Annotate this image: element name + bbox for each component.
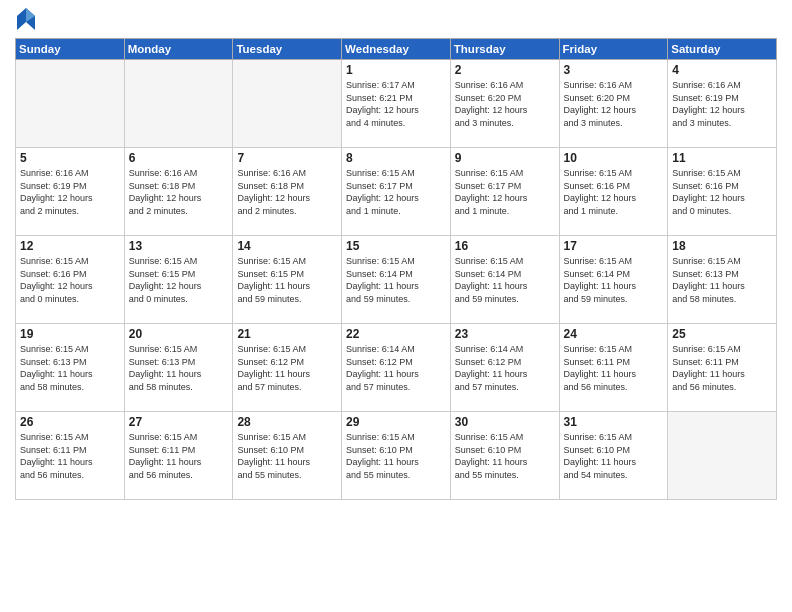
week-row-1: 1Sunrise: 6:17 AM Sunset: 6:21 PM Daylig… bbox=[16, 60, 777, 148]
day-info: Sunrise: 6:15 AM Sunset: 6:14 PM Dayligh… bbox=[564, 255, 664, 305]
logo bbox=[15, 10, 35, 30]
week-row-3: 12Sunrise: 6:15 AM Sunset: 6:16 PM Dayli… bbox=[16, 236, 777, 324]
day-info: Sunrise: 6:15 AM Sunset: 6:14 PM Dayligh… bbox=[455, 255, 555, 305]
day-info: Sunrise: 6:16 AM Sunset: 6:18 PM Dayligh… bbox=[129, 167, 229, 217]
day-cell: 6Sunrise: 6:16 AM Sunset: 6:18 PM Daylig… bbox=[124, 148, 233, 236]
day-number: 7 bbox=[237, 151, 337, 165]
day-number: 6 bbox=[129, 151, 229, 165]
header bbox=[15, 10, 777, 30]
day-cell bbox=[124, 60, 233, 148]
day-number: 1 bbox=[346, 63, 446, 77]
weekday-header-sunday: Sunday bbox=[16, 39, 125, 60]
day-cell: 12Sunrise: 6:15 AM Sunset: 6:16 PM Dayli… bbox=[16, 236, 125, 324]
day-info: Sunrise: 6:15 AM Sunset: 6:15 PM Dayligh… bbox=[237, 255, 337, 305]
day-number: 28 bbox=[237, 415, 337, 429]
day-cell: 1Sunrise: 6:17 AM Sunset: 6:21 PM Daylig… bbox=[342, 60, 451, 148]
day-cell: 29Sunrise: 6:15 AM Sunset: 6:10 PM Dayli… bbox=[342, 412, 451, 500]
day-info: Sunrise: 6:15 AM Sunset: 6:11 PM Dayligh… bbox=[129, 431, 229, 481]
day-number: 17 bbox=[564, 239, 664, 253]
day-cell: 27Sunrise: 6:15 AM Sunset: 6:11 PM Dayli… bbox=[124, 412, 233, 500]
day-number: 16 bbox=[455, 239, 555, 253]
day-cell: 20Sunrise: 6:15 AM Sunset: 6:13 PM Dayli… bbox=[124, 324, 233, 412]
day-cell: 4Sunrise: 6:16 AM Sunset: 6:19 PM Daylig… bbox=[668, 60, 777, 148]
day-cell: 15Sunrise: 6:15 AM Sunset: 6:14 PM Dayli… bbox=[342, 236, 451, 324]
day-info: Sunrise: 6:16 AM Sunset: 6:19 PM Dayligh… bbox=[672, 79, 772, 129]
day-number: 3 bbox=[564, 63, 664, 77]
weekday-header-tuesday: Tuesday bbox=[233, 39, 342, 60]
day-number: 14 bbox=[237, 239, 337, 253]
weekday-header-thursday: Thursday bbox=[450, 39, 559, 60]
day-cell: 2Sunrise: 6:16 AM Sunset: 6:20 PM Daylig… bbox=[450, 60, 559, 148]
day-cell: 28Sunrise: 6:15 AM Sunset: 6:10 PM Dayli… bbox=[233, 412, 342, 500]
day-cell: 25Sunrise: 6:15 AM Sunset: 6:11 PM Dayli… bbox=[668, 324, 777, 412]
day-info: Sunrise: 6:15 AM Sunset: 6:14 PM Dayligh… bbox=[346, 255, 446, 305]
day-number: 19 bbox=[20, 327, 120, 341]
weekday-header-monday: Monday bbox=[124, 39, 233, 60]
day-cell: 16Sunrise: 6:15 AM Sunset: 6:14 PM Dayli… bbox=[450, 236, 559, 324]
day-cell bbox=[16, 60, 125, 148]
week-row-5: 26Sunrise: 6:15 AM Sunset: 6:11 PM Dayli… bbox=[16, 412, 777, 500]
day-info: Sunrise: 6:15 AM Sunset: 6:10 PM Dayligh… bbox=[346, 431, 446, 481]
day-info: Sunrise: 6:15 AM Sunset: 6:11 PM Dayligh… bbox=[672, 343, 772, 393]
day-info: Sunrise: 6:15 AM Sunset: 6:15 PM Dayligh… bbox=[129, 255, 229, 305]
week-row-4: 19Sunrise: 6:15 AM Sunset: 6:13 PM Dayli… bbox=[16, 324, 777, 412]
day-cell: 13Sunrise: 6:15 AM Sunset: 6:15 PM Dayli… bbox=[124, 236, 233, 324]
day-number: 20 bbox=[129, 327, 229, 341]
day-info: Sunrise: 6:16 AM Sunset: 6:20 PM Dayligh… bbox=[564, 79, 664, 129]
day-cell: 31Sunrise: 6:15 AM Sunset: 6:10 PM Dayli… bbox=[559, 412, 668, 500]
day-info: Sunrise: 6:15 AM Sunset: 6:16 PM Dayligh… bbox=[20, 255, 120, 305]
day-number: 23 bbox=[455, 327, 555, 341]
day-info: Sunrise: 6:15 AM Sunset: 6:13 PM Dayligh… bbox=[672, 255, 772, 305]
day-number: 9 bbox=[455, 151, 555, 165]
day-info: Sunrise: 6:16 AM Sunset: 6:19 PM Dayligh… bbox=[20, 167, 120, 217]
day-cell: 5Sunrise: 6:16 AM Sunset: 6:19 PM Daylig… bbox=[16, 148, 125, 236]
day-cell: 3Sunrise: 6:16 AM Sunset: 6:20 PM Daylig… bbox=[559, 60, 668, 148]
day-cell bbox=[668, 412, 777, 500]
day-info: Sunrise: 6:15 AM Sunset: 6:17 PM Dayligh… bbox=[346, 167, 446, 217]
day-info: Sunrise: 6:15 AM Sunset: 6:17 PM Dayligh… bbox=[455, 167, 555, 217]
page: SundayMondayTuesdayWednesdayThursdayFrid… bbox=[0, 0, 792, 612]
day-info: Sunrise: 6:15 AM Sunset: 6:13 PM Dayligh… bbox=[20, 343, 120, 393]
day-number: 26 bbox=[20, 415, 120, 429]
day-cell: 10Sunrise: 6:15 AM Sunset: 6:16 PM Dayli… bbox=[559, 148, 668, 236]
week-row-2: 5Sunrise: 6:16 AM Sunset: 6:19 PM Daylig… bbox=[16, 148, 777, 236]
day-number: 30 bbox=[455, 415, 555, 429]
day-cell: 22Sunrise: 6:14 AM Sunset: 6:12 PM Dayli… bbox=[342, 324, 451, 412]
day-number: 29 bbox=[346, 415, 446, 429]
day-number: 2 bbox=[455, 63, 555, 77]
day-cell: 11Sunrise: 6:15 AM Sunset: 6:16 PM Dayli… bbox=[668, 148, 777, 236]
day-info: Sunrise: 6:15 AM Sunset: 6:11 PM Dayligh… bbox=[20, 431, 120, 481]
day-number: 21 bbox=[237, 327, 337, 341]
day-cell: 18Sunrise: 6:15 AM Sunset: 6:13 PM Dayli… bbox=[668, 236, 777, 324]
weekday-header-saturday: Saturday bbox=[668, 39, 777, 60]
day-cell: 14Sunrise: 6:15 AM Sunset: 6:15 PM Dayli… bbox=[233, 236, 342, 324]
day-cell: 24Sunrise: 6:15 AM Sunset: 6:11 PM Dayli… bbox=[559, 324, 668, 412]
day-cell: 21Sunrise: 6:15 AM Sunset: 6:12 PM Dayli… bbox=[233, 324, 342, 412]
weekday-header-friday: Friday bbox=[559, 39, 668, 60]
day-cell: 17Sunrise: 6:15 AM Sunset: 6:14 PM Dayli… bbox=[559, 236, 668, 324]
weekday-header-row: SundayMondayTuesdayWednesdayThursdayFrid… bbox=[16, 39, 777, 60]
day-cell: 26Sunrise: 6:15 AM Sunset: 6:11 PM Dayli… bbox=[16, 412, 125, 500]
day-info: Sunrise: 6:15 AM Sunset: 6:16 PM Dayligh… bbox=[672, 167, 772, 217]
day-number: 11 bbox=[672, 151, 772, 165]
day-number: 27 bbox=[129, 415, 229, 429]
day-info: Sunrise: 6:14 AM Sunset: 6:12 PM Dayligh… bbox=[346, 343, 446, 393]
day-info: Sunrise: 6:15 AM Sunset: 6:10 PM Dayligh… bbox=[564, 431, 664, 481]
logo-icon bbox=[17, 8, 35, 30]
day-info: Sunrise: 6:15 AM Sunset: 6:11 PM Dayligh… bbox=[564, 343, 664, 393]
day-number: 10 bbox=[564, 151, 664, 165]
day-number: 18 bbox=[672, 239, 772, 253]
day-number: 25 bbox=[672, 327, 772, 341]
day-cell: 7Sunrise: 6:16 AM Sunset: 6:18 PM Daylig… bbox=[233, 148, 342, 236]
day-cell: 19Sunrise: 6:15 AM Sunset: 6:13 PM Dayli… bbox=[16, 324, 125, 412]
day-cell bbox=[233, 60, 342, 148]
day-number: 15 bbox=[346, 239, 446, 253]
day-info: Sunrise: 6:15 AM Sunset: 6:16 PM Dayligh… bbox=[564, 167, 664, 217]
day-info: Sunrise: 6:16 AM Sunset: 6:18 PM Dayligh… bbox=[237, 167, 337, 217]
weekday-header-wednesday: Wednesday bbox=[342, 39, 451, 60]
day-info: Sunrise: 6:15 AM Sunset: 6:10 PM Dayligh… bbox=[455, 431, 555, 481]
day-info: Sunrise: 6:15 AM Sunset: 6:13 PM Dayligh… bbox=[129, 343, 229, 393]
day-cell: 23Sunrise: 6:14 AM Sunset: 6:12 PM Dayli… bbox=[450, 324, 559, 412]
day-info: Sunrise: 6:15 AM Sunset: 6:12 PM Dayligh… bbox=[237, 343, 337, 393]
day-number: 8 bbox=[346, 151, 446, 165]
